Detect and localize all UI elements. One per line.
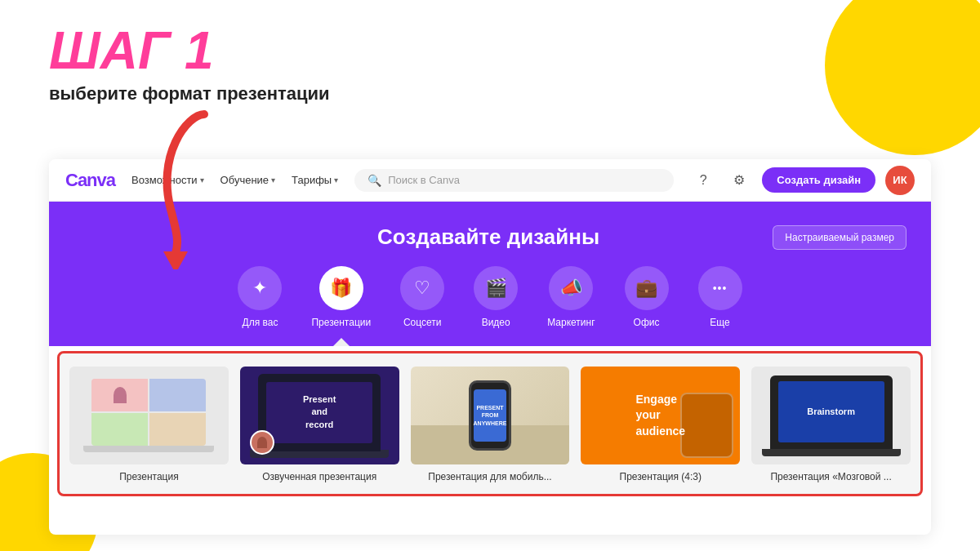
settings-button[interactable]: ⚙ (726, 167, 752, 193)
custom-size-button[interactable]: Настраиваемый размер (773, 225, 906, 250)
step-title: ШАГ 1 (49, 24, 330, 77)
chevron-down-icon: ▾ (334, 176, 338, 184)
step-subtitle: выберите формат презентации (49, 83, 330, 104)
mobile-device-wrapper: PRESENTFROMANYWHERE (469, 367, 511, 464)
categories-row: ✦ Для вас 🎁 Презентации ♡ Соцсети 🎬 Виде… (238, 266, 742, 346)
nav-item-tarify[interactable]: Тарифы ▾ (292, 174, 338, 186)
category-label: Офис (634, 317, 660, 328)
card-label-present-record: Озвученная презентация (240, 471, 399, 484)
phone-screen-text: PRESENTFROMANYWHERE (474, 404, 507, 426)
user-avatar[interactable]: ИК (885, 166, 915, 195)
category-label: Маркетинг (547, 317, 595, 328)
active-category-indicator (333, 338, 350, 346)
category-dlya-vas[interactable]: ✦ Для вас (238, 266, 282, 346)
svg-marker-0 (163, 251, 188, 269)
chevron-down-icon: ▾ (271, 176, 275, 184)
mobile-phone: PRESENTFROMANYWHERE (469, 380, 511, 451)
card-present-record[interactable]: Presentandrecord Озвученная презентация (240, 367, 399, 484)
nav-right-section: ? ⚙ Создать дизайн ИК (690, 166, 915, 195)
engage-text-container: Engageyouraudience (635, 392, 685, 440)
search-placeholder: Поиск в Canva (388, 174, 460, 186)
category-marketing[interactable]: 📣 Маркетинг (547, 266, 595, 346)
category-socseti[interactable]: ♡ Соцсети (400, 266, 444, 346)
laptop-base-brainstorm (762, 449, 901, 456)
person-avatar (250, 430, 274, 455)
card-thumbnail-mobile: PRESENTFROMANYWHERE (411, 367, 570, 464)
category-label: Соцсети (403, 317, 442, 328)
card-brainstorm[interactable]: Brainstorm Презентация «Мозговой ... (751, 367, 911, 484)
card-prezentaciya[interactable]: Презентация (69, 367, 229, 484)
search-bar[interactable]: 🔍 Поиск в Canva (354, 169, 674, 192)
engage-text: Engageyouraudience (635, 392, 685, 440)
card-43[interactable]: Engageyouraudience Презентация (4:3) (581, 367, 740, 484)
arrow-indicator (131, 106, 237, 273)
card-thumbnail-brainstorm: Brainstorm (751, 367, 911, 464)
laptop-body: Brainstorm (770, 375, 893, 449)
cards-row: Презентация Presentandrecord (69, 367, 911, 484)
decorative-circle-top-right (825, 0, 980, 155)
category-icon-video: 🎬 (474, 266, 518, 310)
question-icon: ? (700, 173, 707, 188)
card-thumbnail-present-record: Presentandrecord (240, 367, 399, 464)
screen-text: Presentandrecord (303, 393, 336, 431)
nav-item-label: Тарифы (292, 174, 332, 186)
help-button[interactable]: ? (690, 167, 716, 193)
category-icon-socseti: ♡ (400, 266, 444, 310)
hero-title: Создавайте дизайны (204, 224, 773, 250)
create-design-button[interactable]: Создать дизайн (762, 167, 875, 193)
mini-screen-blue: Brainstorm (778, 381, 884, 442)
card-thumbnail-prezentaciya (69, 367, 229, 464)
card-thumbnail-43: Engageyouraudience (581, 367, 740, 464)
presentation-cards-section: Презентация Presentandrecord (57, 351, 923, 496)
category-icon-eshche: ••• (698, 266, 742, 310)
brainstorm-text: Brainstorm (807, 406, 855, 418)
mini-screen-purple: Presentandrecord (266, 382, 372, 443)
card-label-prezentaciya: Презентация (69, 471, 229, 484)
search-icon: 🔍 (368, 174, 381, 187)
phone-screen: PRESENTFROMANYWHERE (474, 389, 506, 442)
logo: Canva (65, 170, 115, 191)
card-mobile[interactable]: PRESENTFROMANYWHERE Презентация для моби… (411, 367, 570, 484)
mini-laptop: Presentandrecord (258, 374, 381, 451)
category-icon-dlya-vas: ✦ (238, 266, 282, 310)
category-label: Еще (710, 317, 729, 328)
brainstorm-laptop-wrapper: Brainstorm (751, 367, 911, 464)
category-ofis[interactable]: 💼 Офис (625, 266, 669, 346)
category-icon-marketing: 📣 (549, 266, 593, 310)
category-label: Для вас (243, 317, 278, 328)
gear-icon: ⚙ (733, 172, 745, 188)
category-label: Презентации (311, 317, 371, 328)
tablet-shape (680, 393, 733, 458)
card-label-brainstorm: Презентация «Мозговой ... (751, 471, 911, 484)
card-label-mobile: Презентация для мобиль... (411, 471, 570, 484)
category-icon-ofis: 💼 (625, 266, 669, 310)
category-video[interactable]: 🎬 Видео (474, 266, 518, 346)
category-prezentacii[interactable]: 🎁 Презентации (311, 266, 371, 346)
step-header: ШАГ 1 выберите формат презентации (49, 24, 330, 104)
card-label-43: Презентация (4:3) (581, 471, 740, 484)
category-icon-prezentacii: 🎁 (319, 266, 363, 310)
brainstorm-laptop: Brainstorm (762, 375, 901, 456)
category-label: Видео (482, 317, 510, 328)
category-eshche[interactable]: ••• Еще (698, 266, 742, 346)
